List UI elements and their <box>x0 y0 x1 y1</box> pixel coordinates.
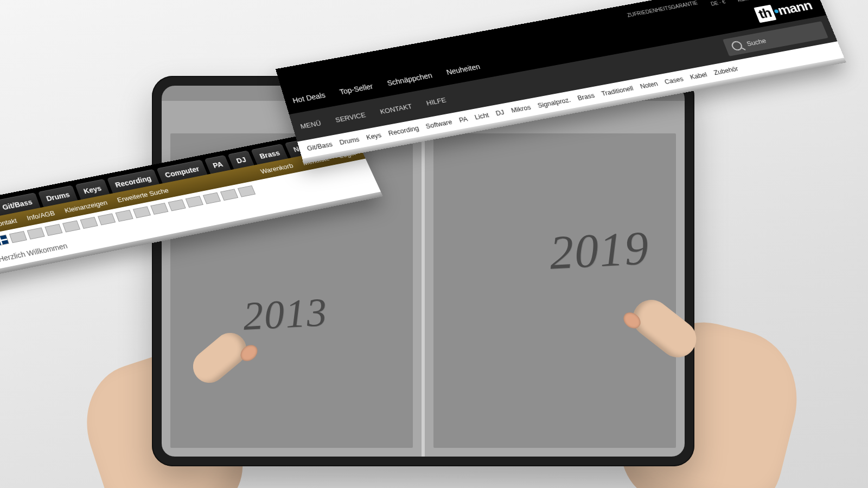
search-label: Suche <box>745 37 767 48</box>
nav2019-category-link[interactable]: Zubehör <box>713 65 739 76</box>
nav2013-sublink[interactable]: Info/AGB <box>26 209 56 222</box>
nav2019-primary-link[interactable]: Hot Deals <box>291 91 326 104</box>
nav2019-category-link[interactable]: Recording <box>387 125 419 137</box>
nav2019-category-link[interactable]: Signalproz. <box>537 97 572 110</box>
menu-link[interactable]: MENÜ <box>299 119 322 131</box>
nav2019-category-link[interactable]: Kabel <box>689 71 708 81</box>
service-link[interactable]: SERVICE <box>334 111 366 124</box>
flag-icon[interactable] <box>9 231 27 243</box>
panel-2019-content <box>433 133 676 448</box>
nav2019-category-link[interactable]: Keys <box>366 132 382 142</box>
nav2019-primary-link[interactable]: Schnäppchen <box>386 71 433 87</box>
flag-icon[interactable] <box>44 224 62 236</box>
flag-icon[interactable] <box>0 235 9 247</box>
flag-icon[interactable] <box>168 200 186 211</box>
nav2019-category-link[interactable]: DJ <box>495 109 505 117</box>
hilfe-link[interactable]: HILFE <box>425 96 447 107</box>
year-label-2013: 2013 <box>242 289 329 339</box>
flag-icon[interactable] <box>98 213 116 225</box>
scene: 2013 2019 HomeGit/BassDrumsKeysRecording… <box>0 0 868 488</box>
nav2019-primary-link[interactable]: Top-Seller <box>339 82 374 96</box>
nav2013-sublink-right[interactable]: Warenkorb <box>259 162 294 175</box>
flag-icon[interactable] <box>150 203 168 215</box>
nav2019-category-link[interactable]: Mikros <box>510 104 532 114</box>
flag-icon[interactable] <box>27 227 45 239</box>
nav2019-category-link[interactable]: Software <box>425 118 453 130</box>
nav2019-category-link[interactable]: Drums <box>339 136 360 146</box>
nav2013-sublink[interactable]: Kontakt <box>0 217 18 229</box>
navbar-2019: ZUFRIEDENHEITSGARANTIE DE · € Kundencent… <box>304 60 868 164</box>
nav2019-primary-link[interactable]: Neuheiten <box>445 62 481 76</box>
flag-icon[interactable] <box>238 185 256 197</box>
flag-icon[interactable] <box>133 206 151 218</box>
flag-icon[interactable] <box>186 196 203 208</box>
flag-icon[interactable] <box>115 210 133 222</box>
nav2019-category-link[interactable]: Git/Bass <box>306 140 333 152</box>
utility-locale[interactable]: DE · € <box>707 0 726 7</box>
flag-icon[interactable] <box>62 220 80 232</box>
flag-icon[interactable] <box>80 217 98 229</box>
flag-icon[interactable] <box>220 189 238 201</box>
nav2019-category-link[interactable]: Brass <box>577 92 596 102</box>
search-icon <box>730 40 744 51</box>
year-label-2019: 2019 <box>548 220 650 280</box>
nav2019-category-link[interactable]: PA <box>458 115 468 124</box>
navbar-2013: HomeGit/BassDrumsKeysRecordingComputerPA… <box>0 195 401 278</box>
nav2019-category-link[interactable]: Noten <box>639 80 659 90</box>
kontakt-link[interactable]: KONTAKT <box>379 102 413 115</box>
flag-icon[interactable] <box>203 192 221 204</box>
nav2019-category-link[interactable]: Licht <box>474 112 490 121</box>
nav2019-category-link[interactable]: Traditionell <box>601 85 635 97</box>
nav2019-category-link[interactable]: Cases <box>663 75 684 86</box>
